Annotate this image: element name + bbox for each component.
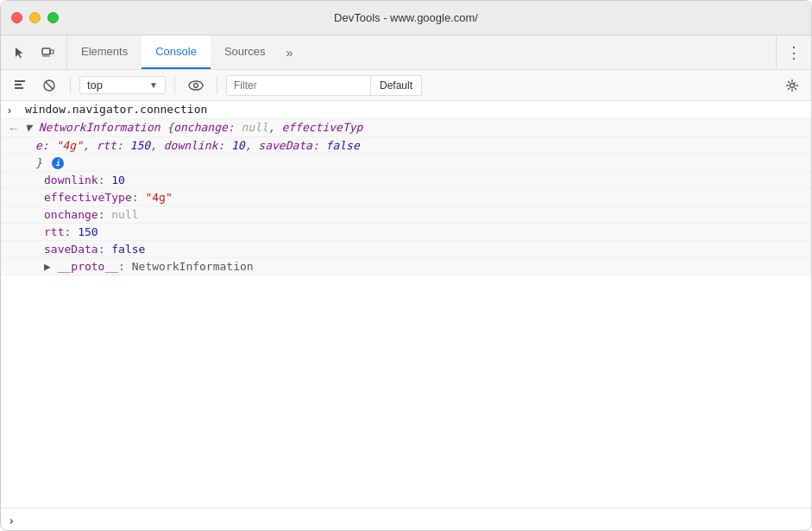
tab-console[interactable]: Console [142,35,211,69]
output-gutter: ← [8,121,25,135]
svg-rect-5 [15,87,23,89]
minimize-button[interactable] [29,12,41,23]
close-content: } i [25,156,804,169]
expand-arrow[interactable]: ▼ [25,121,32,134]
prop-gutter5 [27,243,44,244]
prop-rtt: rtt: 150 [1,224,811,241]
prop-proto: ▶ __proto__: NetworkInformation [1,258,811,275]
console-toolbar: top ▼ Default [1,70,811,101]
svg-rect-1 [50,50,54,54]
tab-elements[interactable]: Elements [67,35,142,69]
prop-content5: saveData: false [44,243,804,256]
filter-default-label: Default [371,75,422,96]
prop-content4: rtt: 150 [44,225,804,238]
toolbar-divider [70,77,71,94]
close-button[interactable] [11,12,22,23]
prop-gutter4 [27,225,44,227]
svg-rect-3 [15,80,25,82]
prop-content3: onchange: null [44,208,804,221]
prop-content2: effectiveType: "4g" [44,191,804,204]
prop-gutter3 [27,208,44,210]
toolbar-left [1,35,67,69]
context-arrow-icon: ▼ [149,80,158,90]
console-input-line: › window.navigator.connection [1,101,811,119]
prop-downlink: downlink: 10 [1,172,811,189]
tabs-toolbar: Elements Console Sources » ⋮ [1,35,811,70]
title-bar: DevTools - www.google.com/ [1,1,811,35]
output-content: ▼ NetworkInformation {onchange: null, ef… [25,121,804,134]
wrap-content: e: "4g", rtt: 150, downlink: 10, saveDat… [25,139,804,152]
window-title: DevTools - www.google.com/ [334,11,478,24]
prop-onchange: onchange: null [1,206,811,224]
toolbar-right: ⋮ [776,35,811,69]
prop-content: downlink: 10 [44,174,804,186]
output-header-line: ← ▼ NetworkInformation {onchange: null, … [1,119,811,137]
toolbar-divider2 [174,77,175,94]
context-label: top [87,79,103,92]
filter-section: Default [226,75,775,96]
obj-type: NetworkInformation [39,121,167,134]
filter-input[interactable] [226,75,371,96]
kebab-menu-icon[interactable]: ⋮ [784,42,804,63]
proto-expand-arrow[interactable]: ▶ [44,260,51,273]
console-input-area: › [1,508,811,531]
console-prompt-icon: › [8,514,15,528]
main-area: › window.navigator.connection ← ▼ Networ… [1,101,811,531]
prop-savedata: saveData: false [1,241,811,258]
output-close-brace-line: } i [1,155,811,172]
close-gutter [8,156,25,158]
tab-sources[interactable]: Sources [211,35,280,69]
svg-point-9 [194,83,198,87]
toolbar-divider3 [217,77,217,94]
toolbar-tabs: Elements Console Sources » [67,35,776,69]
device-icon[interactable] [35,41,60,65]
input-gutter: › [8,103,25,117]
prop-gutter [27,174,44,175]
prop-gutter2 [27,191,44,193]
info-badge[interactable]: i [52,157,64,169]
svg-line-7 [46,81,54,89]
context-selector[interactable]: top ▼ [79,76,166,94]
console-output: › window.navigator.connection ← ▼ Networ… [1,101,811,508]
clear-console-button[interactable] [8,73,32,98]
traffic-lights [11,12,59,23]
prop-effectivetype: effectiveType: "4g" [1,189,811,206]
cursor-icon[interactable] [8,41,32,65]
input-content: window.navigator.connection [25,103,804,116]
tab-more[interactable]: » [280,35,300,69]
proto-gutter [27,260,44,262]
output-wrap-line: e: "4g", rtt: 150, downlink: 10, saveDat… [1,137,811,155]
svg-point-8 [189,81,203,90]
block-icon[interactable] [37,73,61,98]
svg-rect-0 [42,48,50,54]
console-input-field[interactable] [18,514,804,527]
maximize-button[interactable] [47,12,59,23]
wrap-gutter [8,139,25,141]
eye-icon[interactable] [184,73,208,98]
settings-icon[interactable] [780,73,804,98]
proto-content: ▶ __proto__: NetworkInformation [44,260,804,273]
svg-rect-4 [15,84,22,85]
